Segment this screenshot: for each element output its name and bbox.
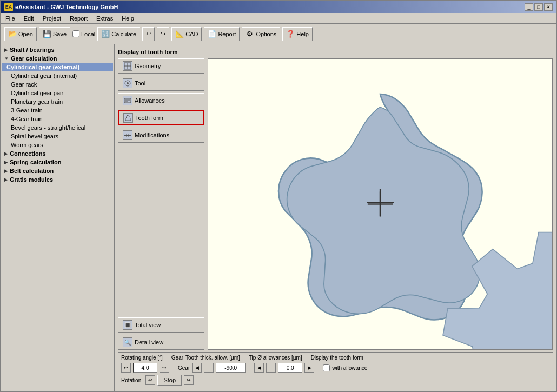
connections-arrow-icon: ▶: [4, 151, 8, 156]
tool-button[interactable]: Tool: [118, 76, 204, 91]
local-checkbox[interactable]: [72, 30, 79, 37]
toolbar: 📂 Open 💾 Save Local 🔢 Calculate ↩ ↪ 📐 CA…: [1, 24, 556, 44]
sidebar-section-gratis[interactable]: ▶ Gratis modules: [2, 175, 113, 184]
tip-dia-label: Tip Ø allowances [µm]: [249, 355, 302, 361]
panel-layout: Geometry Tool: [118, 58, 553, 350]
rotation-forward-button[interactable]: ↪: [184, 375, 194, 385]
sidebar: ▶ Shaft / bearings ▼ Gear calculation Cy…: [1, 44, 115, 391]
close-button[interactable]: ✕: [544, 3, 553, 11]
tip-dia-prev-button[interactable]: ◀: [254, 363, 264, 373]
menu-item-report[interactable]: Report: [68, 15, 90, 22]
sidebar-section-spring[interactable]: ▶ Spring calculation: [2, 158, 113, 167]
tooth-thick-prev-button[interactable]: ◀: [192, 363, 202, 373]
gratis-arrow-icon: ▶: [4, 177, 8, 182]
belt-arrow-icon: ▶: [4, 169, 8, 174]
sidebar-section-belt[interactable]: ▶ Belt calculation: [2, 167, 113, 175]
sidebar-item-spiral-bevel[interactable]: Spiral bevel gears: [2, 132, 113, 141]
sidebar-item-cyl-ext[interactable]: Cylindrical gear (external): [2, 63, 113, 71]
report-icon: 📄: [208, 30, 216, 38]
tooth-thick-label: Tooth thick. allow. [µm]: [185, 355, 240, 361]
open-icon: 📂: [8, 30, 17, 38]
calculate-button[interactable]: 🔢 Calculate: [97, 27, 140, 41]
with-allowance-checkbox[interactable]: [323, 364, 330, 371]
window-title: eAssistant - GWJ Technology GmbH: [15, 4, 118, 10]
sidebar-item-planetary[interactable]: Planetary gear train: [2, 97, 113, 106]
stop-button[interactable]: Stop: [157, 375, 182, 386]
title-bar: EA eAssistant - GWJ Technology GmbH _ □ …: [1, 1, 556, 13]
display-tooth-form-group: Display the tooth form: [311, 355, 363, 361]
undo-button[interactable]: ↩: [142, 27, 155, 41]
svg-point-4: [127, 82, 129, 84]
sidebar-section-connections[interactable]: ▶ Connections: [2, 149, 113, 158]
tooth-form-icon: [123, 113, 133, 123]
angle-increment-button[interactable]: ↪: [160, 363, 169, 373]
angle-decrement-button[interactable]: ↩: [121, 363, 131, 373]
sidebar-item-worm[interactable]: Worm gears: [2, 141, 113, 149]
tool-icon: [123, 78, 132, 88]
help-icon: ❓: [286, 30, 295, 38]
tip-dia-minus-button[interactable]: –: [266, 363, 276, 373]
tooth-thick-minus-button[interactable]: –: [204, 363, 214, 373]
modifications-button[interactable]: Modifications: [118, 128, 204, 143]
cad-icon: 📐: [175, 30, 184, 38]
shaft-arrow-icon: ▶: [4, 48, 8, 52]
tip-dia-group: Tip Ø allowances [µm]: [249, 355, 302, 361]
cad-button[interactable]: 📐 CAD: [171, 27, 202, 41]
save-button[interactable]: 💾 Save: [39, 27, 70, 41]
minimize-button[interactable]: _: [525, 3, 533, 11]
options-button[interactable]: ⚙ Options: [242, 27, 280, 41]
tip-dia-input[interactable]: [278, 363, 302, 373]
allowances-button[interactable]: Allowances: [118, 93, 204, 108]
window-controls: _ □ ✕: [525, 3, 553, 11]
rotation-group: Rotation ↩ Stop ↪: [121, 375, 194, 386]
modifications-icon: [123, 130, 132, 140]
bottom-controls: Rotating angle [°] Gear Tooth thick. all…: [118, 352, 553, 388]
rotation-back-button[interactable]: ↩: [145, 375, 155, 385]
tooth-form-button[interactable]: Tooth form: [118, 110, 204, 125]
main-content: ▶ Shaft / bearings ▼ Gear calculation Cy…: [1, 44, 556, 391]
detail-view-button[interactable]: 🔍 Detail view: [118, 335, 204, 350]
angle-input[interactable]: [133, 363, 157, 373]
display-label: Display of tooth form: [118, 48, 553, 56]
angle-spin-group: ↩ ↪: [121, 363, 169, 373]
rotating-angle-label: Rotating angle [°]: [121, 355, 163, 361]
main-window: EA eAssistant - GWJ Technology GmbH _ □ …: [0, 0, 557, 392]
tooth-thick-spin-group: Gear ◀ –: [178, 363, 246, 373]
sidebar-item-4gear[interactable]: 4-Gear train: [2, 115, 113, 123]
gear-label2: Gear: [178, 365, 190, 371]
local-checkbox-group: Local: [72, 30, 95, 37]
open-button[interactable]: 📂 Open: [4, 27, 37, 41]
help-button[interactable]: ❓ Help: [282, 27, 313, 41]
menu-bar: FileEditProjectReportExtrasHelp: [1, 13, 556, 24]
rotating-angle-group: Rotating angle [°]: [121, 355, 163, 361]
report-button[interactable]: 📄 Report: [204, 27, 240, 41]
with-allowance-label: with allowance: [332, 365, 367, 371]
redo-button[interactable]: ↪: [157, 27, 169, 41]
sidebar-item-3gear[interactable]: 3-Gear train: [2, 106, 113, 115]
sidebar-item-cyl-int[interactable]: Cylindrical gear (internal): [2, 71, 113, 80]
sidebar-section-gear-calc[interactable]: ▼ Gear calculation: [2, 54, 113, 63]
tooth-thick-group: Gear Tooth thick. allow. [µm]: [171, 355, 240, 361]
geometry-button[interactable]: Geometry: [118, 58, 204, 74]
options-icon: ⚙: [246, 30, 254, 38]
maximize-button[interactable]: □: [534, 3, 543, 11]
total-view-icon: 🔳: [123, 320, 132, 330]
sidebar-item-cyl-pair[interactable]: Cylindrical gear pair: [2, 89, 113, 97]
calculate-icon: 🔢: [101, 30, 110, 38]
tip-dia-plus-button[interactable]: ▶: [304, 363, 314, 373]
menu-item-project[interactable]: Project: [41, 15, 63, 22]
display-tooth-form-label: Display the tooth form: [311, 355, 363, 361]
sidebar-item-gear-rack[interactable]: Gear rack: [2, 80, 113, 89]
gear-label: Gear: [171, 355, 183, 361]
menu-item-edit[interactable]: Edit: [22, 15, 36, 22]
spacer: [118, 145, 204, 315]
spring-arrow-icon: ▶: [4, 160, 8, 165]
menu-item-extras[interactable]: Extras: [94, 15, 115, 22]
menu-item-help[interactable]: Help: [120, 15, 136, 22]
menu-item-file[interactable]: File: [3, 15, 17, 22]
total-view-button[interactable]: 🔳 Total view: [118, 317, 204, 333]
tooth-thick-input[interactable]: [216, 363, 246, 373]
tip-dia-spin-group: ◀ – ▶: [254, 363, 314, 373]
sidebar-section-shaft[interactable]: ▶ Shaft / bearings: [2, 45, 113, 54]
sidebar-item-bevel[interactable]: Bevel gears - straight/helical: [2, 123, 113, 132]
